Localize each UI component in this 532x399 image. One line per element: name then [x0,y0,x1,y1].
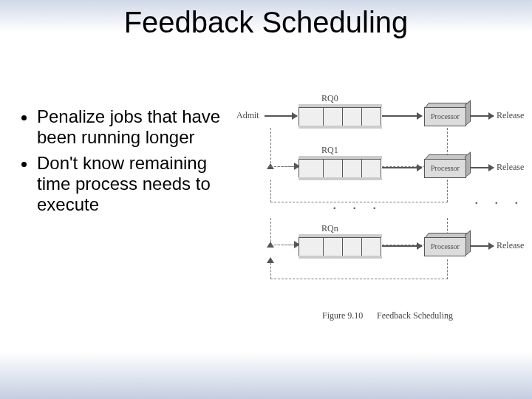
queue-label: RQ1 [321,145,338,156]
release-label: Release [497,162,524,173]
processor-box: Processor [424,105,468,126]
queue-label: RQn [321,223,338,234]
processor-label: Processor [424,237,466,256]
feedback-diagram: Admit RQ0 Processor Release [236,96,525,340]
queue-box [299,237,381,257]
arrow-icon [470,167,494,168]
processor-box: Processor [424,235,468,256]
arrowhead-icon [267,257,274,263]
figure-number: Figure 9.10 [322,310,363,321]
release-label: Release [497,110,524,121]
queue-label: RQ0 [321,93,338,104]
processor-box: Processor [424,157,468,177]
arrow-icon [382,167,422,168]
release-label: Release [497,240,524,251]
arrow-icon [382,245,422,247]
arrow-icon [382,115,422,117]
queue-shadow-icon [299,256,382,259]
arrow-icon [470,245,494,247]
bullet-item: Penalize jobs that have been running lon… [37,106,231,149]
slide-title: Feedback Scheduling [0,6,532,39]
ellipsis-icon: . . . [474,189,525,208]
bullet-item: Don't know remaining time process needs … [37,153,231,216]
slide: Feedback Scheduling Penalize jobs that h… [0,0,532,399]
admit-label: Admit [236,110,259,121]
processor-label: Processor [424,107,466,126]
bullet-list: Penalize jobs that have been running lon… [21,106,231,220]
arrow-icon [470,115,494,117]
processor-label: Processor [424,159,466,178]
figure-caption: Feedback Scheduling [377,310,453,321]
arrow-icon [265,115,297,117]
feedback-loop-icon [270,259,448,279]
ellipsis-icon: . . . [332,194,383,214]
queue-box [299,107,381,127]
queue-box [299,159,381,179]
